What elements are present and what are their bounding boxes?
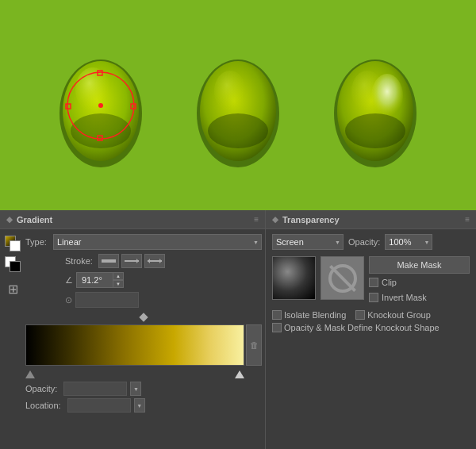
gradient-slider-row (25, 312, 262, 323)
gradient-stop-right[interactable] (235, 370, 244, 378)
stroke-btn-2[interactable] (121, 254, 142, 268)
svg-marker-23 (148, 259, 150, 263)
gradient-delete-btn[interactable]: 🗑 (246, 324, 262, 366)
type-select[interactable]: Linear Radial (53, 234, 262, 250)
gradient-midpoint-diamond[interactable] (139, 313, 148, 321)
invert-mask-row: Invert Mask (369, 293, 470, 302)
isolate-knockout-row: Isolate Blending Knockout Group (272, 310, 470, 320)
mask-thumbnail-black (272, 256, 316, 300)
egg-1-container (49, 42, 152, 169)
aspect-icon: ⊙ (65, 295, 72, 305)
blend-mode-select[interactable]: Screen Normal Multiply Overlay (272, 234, 344, 250)
opacity-select-wrapper[interactable]: 100% 75% 50% (385, 234, 432, 250)
gradient-left-icons: ⊞ (3, 234, 22, 413)
opacity-value-input[interactable] (63, 382, 127, 396)
opacity-select[interactable]: 100% 75% 50% (385, 234, 432, 250)
opacity-row: Opacity: ▼ (25, 382, 262, 396)
gradient-stops-row (25, 367, 262, 378)
location-arrow[interactable]: ▼ (134, 398, 145, 413)
egg-3-container (324, 42, 427, 169)
invert-mask-label: Invert Mask (382, 293, 427, 302)
location-label: Location: (25, 401, 61, 410)
egg-2-container (186, 42, 290, 169)
gradient-panel-header: ◆ Gradient ≡ (0, 210, 265, 229)
gradient-stop-left[interactable] (25, 370, 35, 378)
opacity-label-trans: Opacity: (348, 237, 380, 247)
clip-row: Clip (369, 278, 470, 287)
no-symbol (328, 264, 357, 293)
gradient-panel-menu-icon[interactable]: ≡ (254, 215, 259, 224)
stroke-btn-1[interactable] (98, 254, 119, 268)
knockout-group-label: Knockout Group (367, 310, 431, 320)
svg-point-2 (75, 67, 110, 112)
make-mask-button[interactable]: Make Mask (369, 256, 470, 274)
angle-up-btn[interactable]: ▲ (113, 272, 124, 280)
aspect-input[interactable] (75, 292, 139, 308)
knockout-group-checkbox[interactable] (355, 310, 365, 320)
svg-point-17 (351, 71, 383, 112)
egg-3 (324, 42, 427, 169)
bottom-checks: Isolate Blending Knockout Group Opacity … (272, 310, 470, 332)
gradient-panel-title: Gradient (17, 215, 52, 224)
bottom-panel: ◆ Gradient ≡ ⊞ Type: (0, 210, 476, 449)
opacity-mask-row: Opacity & Mask Define Knockout Shape (272, 323, 470, 332)
location-value-input[interactable] (67, 398, 131, 413)
mask-thumbnail-no (321, 256, 364, 300)
svg-point-13 (208, 113, 268, 148)
svg-marker-21 (136, 259, 139, 263)
gradient-panel: ◆ Gradient ≡ ⊞ Type: (0, 210, 266, 449)
stroke-row: Stroke: (25, 254, 262, 268)
gradient-swap-icon[interactable] (5, 256, 21, 272)
svg-point-9 (98, 103, 103, 108)
opacity-label: Opacity: (25, 384, 57, 393)
isolate-blending-group: Isolate Blending (272, 310, 346, 320)
canvas-area (0, 0, 476, 210)
type-select-wrapper[interactable]: Linear Radial (53, 234, 262, 250)
opacity-arrow[interactable]: ▼ (130, 382, 141, 396)
egg-2 (186, 42, 290, 169)
gradient-collapse-icon[interactable]: ◆ (6, 215, 13, 224)
knockout-group-group: Knockout Group (355, 310, 431, 320)
clip-checkbox[interactable] (369, 278, 378, 287)
gradient-options-icon[interactable]: ⊞ (8, 282, 18, 297)
gradient-bar-area: 🗑 (25, 324, 262, 366)
gradient-type-row: Type: Linear Radial (25, 234, 262, 250)
isolate-blending-checkbox[interactable] (272, 310, 282, 320)
mask-buttons: Make Mask Clip Invert Mask (369, 256, 470, 304)
stroke-label: Stroke: (65, 256, 93, 266)
type-label: Type: (25, 237, 47, 247)
angle-row: ∠ ▲ ▼ (25, 272, 262, 288)
isolate-blending-label: Isolate Blending (284, 310, 346, 320)
svg-point-12 (214, 71, 246, 112)
transparency-panel-title: Transparency (282, 215, 340, 224)
svg-rect-19 (102, 259, 116, 263)
blend-opacity-row: Screen Normal Multiply Overlay Opacity: … (272, 234, 470, 250)
svg-marker-24 (159, 259, 162, 263)
transparency-content: Screen Normal Multiply Overlay Opacity: … (266, 229, 476, 337)
blend-select-wrapper[interactable]: Screen Normal Multiply Overlay (272, 234, 344, 250)
transparency-collapse-icon[interactable]: ◆ (272, 215, 278, 224)
stroke-btn-3[interactable] (144, 254, 165, 268)
gradient-bar (25, 324, 244, 366)
aspect-row: ⊙ (25, 292, 262, 308)
angle-icon: ∠ (65, 275, 73, 286)
location-row: Location: ▼ (25, 398, 262, 413)
svg-point-18 (345, 113, 405, 148)
opacity-mask-checkbox[interactable] (272, 323, 282, 332)
mask-row: Make Mask Clip Invert Mask (272, 256, 470, 304)
transparency-panel-header: ◆ Transparency ≡ (266, 210, 476, 229)
transparency-panel-menu-icon[interactable]: ≡ (465, 215, 470, 224)
gradient-color-swatch[interactable] (5, 236, 21, 251)
opacity-mask-label: Opacity & Mask Define Knockout Shape (284, 323, 440, 332)
clip-label: Clip (382, 278, 397, 287)
egg-1 (49, 42, 152, 169)
angle-down-btn[interactable]: ▼ (113, 280, 124, 288)
invert-mask-checkbox[interactable] (369, 293, 378, 302)
transparency-panel: ◆ Transparency ≡ Screen Normal Multiply … (266, 210, 476, 449)
